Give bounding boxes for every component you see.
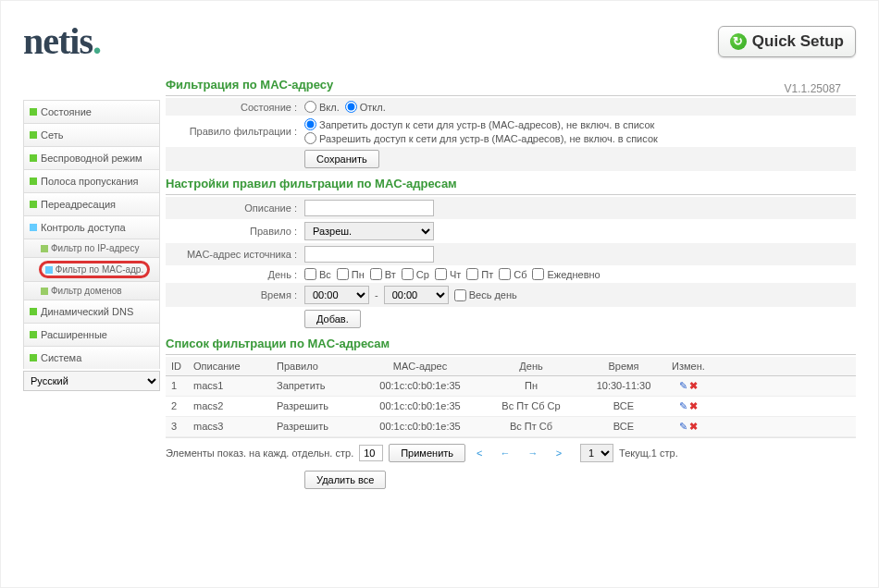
table-row: 1macs1Запретить00:1c:c0:b0:1e:35Пн10:30-… <box>166 376 856 397</box>
language-select[interactable]: Русский <box>23 371 160 391</box>
per-page-input[interactable] <box>359 445 383 461</box>
rule-label: Правило : <box>166 226 304 237</box>
sidebar-item-network[interactable]: Сеть <box>23 123 160 146</box>
state-on-radio[interactable]: Вкл. <box>304 101 340 113</box>
day-wed-check[interactable]: Ср <box>402 268 429 280</box>
sidebar-item-label: Беспроводной режим <box>41 153 142 164</box>
sidebar-item-label: Фильтр доменов <box>51 286 122 296</box>
mac-input[interactable] <box>304 246 434 263</box>
plus-icon <box>30 354 37 361</box>
table-row: 3macs3Разрешить00:1c:c0:b0:1e:35Вс Пт Сб… <box>166 417 856 437</box>
minus-icon <box>45 266 53 274</box>
sidebar-item-label: Сеть <box>41 129 63 141</box>
pager-label: Элементы показ. на кажд. отдельн. стр. <box>166 447 353 459</box>
sidebar-sub-domain-filter[interactable]: Фильтр доменов <box>23 281 160 300</box>
sidebar-item-ddns[interactable]: Динамический DNS <box>23 300 160 323</box>
delete-icon[interactable]: ✖ <box>689 400 698 411</box>
sidebar-sub-mac-filter[interactable]: Фильтр по MAC-адр. <box>23 257 160 281</box>
minus-icon <box>30 224 37 231</box>
mac-label: MAC-адрес источника : <box>166 249 304 260</box>
highlight-ring: Фильтр по MAC-адр. <box>39 261 150 278</box>
sidebar-item-forwarding[interactable]: Переадресация <box>23 192 160 215</box>
plus-icon <box>30 331 37 338</box>
section-list-title: Список фильтрации по MAC-адресам <box>166 331 856 355</box>
day-thu-check[interactable]: Чт <box>435 268 461 280</box>
allday-check[interactable]: Весь день <box>454 289 517 301</box>
edit-icon[interactable]: ✎ <box>679 421 687 432</box>
section-mac-filter-title: Фильтрация по MAC-адресу <box>166 72 856 96</box>
day-label: День : <box>166 269 304 280</box>
time-from-select[interactable]: 00:00 <box>304 286 369 304</box>
table-row: 2macs2Разрешить00:1c:c0:b0:1e:35Вс Пт Сб… <box>166 397 856 417</box>
day-all-check[interactable]: Ежедневно <box>532 268 600 280</box>
delete-icon[interactable]: ✖ <box>689 380 698 391</box>
apply-button[interactable]: Применить <box>389 444 465 462</box>
state-label: Состояние : <box>166 102 304 113</box>
allow-radio[interactable]: Разрешить доступ к сети для устр-в (MAC-… <box>304 132 658 144</box>
rule-select[interactable]: Разреш. <box>304 222 434 240</box>
state-off-radio[interactable]: Откл. <box>345 101 386 113</box>
table-header: ID Описание Правило MAC-адрес День Время… <box>166 357 856 376</box>
desc-input[interactable] <box>304 200 434 216</box>
day-fri-check[interactable]: Пт <box>466 268 493 280</box>
sidebar-item-label: Динамический DNS <box>41 306 133 317</box>
day-tue-check[interactable]: Вт <box>370 268 396 280</box>
main-content: Фильтрация по MAC-адресу Состояние : Вкл… <box>166 72 856 492</box>
sidebar-item-label: Полоса пропускания <box>41 176 139 187</box>
quick-setup-button[interactable]: ↻ Quick Setup <box>718 26 856 57</box>
pager-current: Текущ.1 стр. <box>619 447 678 459</box>
edit-icon[interactable]: ✎ <box>679 400 687 411</box>
quick-setup-label: Quick Setup <box>752 32 844 51</box>
sidebar-item-label: Система <box>41 352 81 363</box>
sidebar-item-wireless[interactable]: Беспроводной режим <box>23 146 160 169</box>
page-select[interactable]: 1 <box>580 444 613 462</box>
plus-icon <box>30 308 37 315</box>
save-button[interactable]: Сохранить <box>304 150 379 168</box>
sidebar-item-bandwidth[interactable]: Полоса пропускания <box>23 169 160 192</box>
logo: netis. <box>23 19 101 63</box>
sidebar-item-label: Контроль доступа <box>41 222 126 233</box>
delete-all-button[interactable]: Удалить все <box>304 471 386 489</box>
plus-icon <box>30 178 37 185</box>
day-sun-check[interactable]: Вс <box>304 268 331 280</box>
time-label: Время : <box>166 289 304 300</box>
plus-icon <box>41 288 48 295</box>
edit-icon[interactable]: ✎ <box>679 380 687 391</box>
pager-arrows[interactable]: < ← → > <box>477 447 569 459</box>
sidebar-item-label: Состояние <box>41 106 92 117</box>
sidebar-item-label: Фильтр по IP-адресу <box>51 243 139 253</box>
sidebar-item-status[interactable]: Состояние <box>23 100 160 123</box>
time-sep: - <box>375 289 378 300</box>
filter-rule-label: Правило фильтрации : <box>166 126 304 137</box>
version-label: V1.1.25087 <box>785 82 841 95</box>
sidebar-item-access-control[interactable]: Контроль доступа <box>23 215 160 239</box>
sidebar-item-advanced[interactable]: Расширенные <box>23 323 160 346</box>
sidebar-item-label: Переадресация <box>41 199 116 210</box>
time-to-select[interactable]: 00:00 <box>384 286 449 304</box>
plus-icon <box>30 154 37 162</box>
day-sat-check[interactable]: Сб <box>499 268 526 280</box>
plus-icon <box>30 201 37 208</box>
sidebar-item-system[interactable]: Система <box>23 346 160 369</box>
deny-radio[interactable]: Запретить доступ к сети для устр-в (MAC-… <box>304 118 654 130</box>
refresh-icon: ↻ <box>730 33 747 50</box>
sidebar-sub-ip-filter[interactable]: Фильтр по IP-адресу <box>23 239 160 257</box>
sidebar-item-label: Фильтр по MAC-адр. <box>56 264 143 275</box>
plus-icon <box>41 245 48 252</box>
day-mon-check[interactable]: Пн <box>337 268 365 280</box>
add-button[interactable]: Добав. <box>304 310 361 328</box>
section-rules-title: Настройки правил фильтрации по MAC-адрес… <box>166 171 856 195</box>
plus-icon <box>30 108 37 116</box>
delete-icon[interactable]: ✖ <box>689 421 698 432</box>
pager: Элементы показ. на кажд. отдельн. стр. П… <box>166 437 856 468</box>
plus-icon <box>30 131 37 139</box>
sidebar: Состояние Сеть Беспроводной режим Полоса… <box>23 100 160 492</box>
sidebar-item-label: Расширенные <box>41 329 107 340</box>
desc-label: Описание : <box>166 202 304 214</box>
